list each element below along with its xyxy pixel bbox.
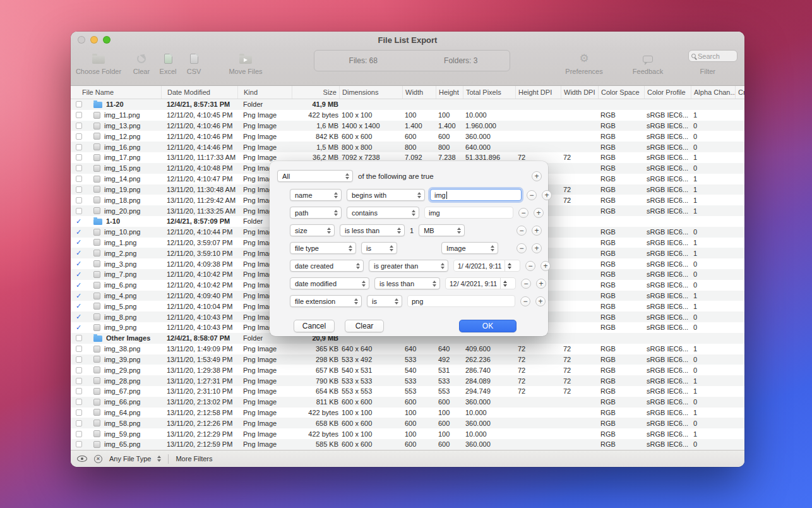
rule-field-popup[interactable]: name [290, 189, 342, 201]
remove-rule-button[interactable]: − [525, 261, 535, 271]
row-checkbox[interactable]: ✓ [76, 271, 81, 278]
add-rule-button[interactable]: + [535, 296, 546, 306]
more-filters-button[interactable]: More Filters [176, 455, 212, 463]
row-checkbox[interactable]: ✓ [76, 293, 81, 299]
rule-operator-popup[interactable]: is [367, 295, 402, 307]
add-rule-button[interactable]: + [532, 226, 542, 236]
row-checkbox[interactable] [76, 431, 82, 437]
column-header[interactable]: Color Profile [644, 86, 691, 99]
row-checkbox[interactable] [76, 112, 82, 118]
table-row[interactable]: img_64.png13/11/20, 2:12:58 PMPng Image4… [71, 408, 744, 418]
add-rule-button[interactable]: + [534, 208, 544, 218]
move-files-button[interactable]: Move Files [226, 51, 265, 75]
search-field[interactable] [688, 50, 737, 62]
column-header[interactable]: Cr... [735, 86, 744, 99]
match-popup[interactable]: All [277, 170, 353, 182]
table-row[interactable]: img_39.png13/11/20, 1:53:49 PMPng Image2… [71, 354, 744, 365]
add-rule-button[interactable]: + [540, 261, 551, 271]
cancel-button[interactable]: Cancel [294, 320, 335, 332]
remove-rule-button[interactable]: − [516, 226, 527, 236]
rule-operator-popup[interactable]: is [361, 242, 397, 254]
table-row[interactable]: img_38.png13/11/20, 1:49:09 PMPng Image3… [71, 344, 744, 354]
feedback-button[interactable]: Feedback [621, 51, 674, 75]
table-row[interactable]: 11-2012/4/21, 8:57:31 PMFolder41,9 MB [71, 99, 744, 110]
table-row[interactable]: img_29.png13/11/20, 1:29:38 PMPng Image6… [71, 365, 744, 375]
column-header[interactable]: Dimensions [339, 86, 402, 99]
table-row[interactable]: img_16.png12/11/20, 4:14:46 PMPng Image1… [71, 142, 744, 152]
remove-rule-button[interactable]: − [527, 190, 537, 200]
row-checkbox[interactable]: ✓ [76, 260, 81, 267]
row-checkbox[interactable] [76, 409, 82, 416]
add-rule-button[interactable]: + [532, 243, 542, 253]
rule-date-input[interactable]: 12/ 4/2021, 9:11 [445, 277, 516, 289]
row-checkbox[interactable]: ✓ [76, 282, 81, 289]
column-header[interactable]: Alpha Chan... [691, 86, 735, 99]
table-row[interactable]: img_66.png13/11/20, 2:13:02 PMPng Image8… [71, 397, 744, 408]
clear-filter-icon[interactable]: × [94, 455, 102, 463]
column-header[interactable]: File Name [80, 86, 161, 99]
row-checkbox[interactable] [76, 133, 82, 140]
row-checkbox[interactable] [76, 165, 82, 171]
search-input[interactable] [698, 52, 734, 60]
row-checkbox[interactable]: ✓ [76, 313, 81, 320]
rule-value-input[interactable]: png [407, 295, 515, 307]
row-checkbox[interactable] [76, 144, 82, 150]
row-checkbox[interactable]: ✓ [76, 324, 81, 331]
row-checkbox[interactable] [76, 123, 82, 129]
row-checkbox[interactable]: ✓ [76, 229, 81, 236]
row-checkbox[interactable]: ✓ [76, 303, 81, 310]
rule-unit-popup[interactable]: MB [419, 224, 465, 236]
row-checkbox[interactable] [76, 101, 82, 107]
add-rule-button[interactable]: + [532, 171, 542, 181]
rule-field-popup[interactable]: date modified [290, 277, 369, 289]
rule-operator-popup[interactable]: is greater than [369, 260, 448, 272]
row-checkbox[interactable]: ✓ [76, 239, 81, 246]
column-header[interactable]: Height [436, 86, 463, 99]
rule-value-input[interactable]: img [424, 207, 513, 219]
row-checkbox[interactable]: ✓ [76, 250, 81, 257]
rule-operator-popup[interactable]: begins with [347, 189, 425, 201]
row-checkbox[interactable]: ✓ [76, 218, 81, 225]
column-header[interactable]: Width [402, 86, 436, 99]
date-stepper[interactable] [500, 278, 508, 289]
zoom-button[interactable] [103, 36, 110, 44]
rule-operator-popup[interactable]: is less than [340, 224, 405, 236]
rule-field-popup[interactable]: file type [290, 242, 356, 254]
excel-export-button[interactable]: Excel [157, 51, 179, 75]
rule-date-input[interactable]: 1/ 4/2021, 9:11 [453, 260, 520, 272]
table-row[interactable]: img_67.png13/11/20, 2:31:10 PMPng Image6… [71, 386, 744, 397]
column-header[interactable]: Total Pixels [463, 86, 515, 99]
row-checkbox[interactable] [76, 335, 82, 341]
row-checkbox[interactable] [76, 399, 82, 405]
row-checkbox[interactable] [76, 346, 82, 352]
table-row[interactable]: img_59.png13/11/20, 2:12:29 PMPng Image4… [71, 428, 744, 439]
remove-rule-button[interactable]: − [520, 296, 530, 306]
remove-rule-button[interactable]: − [516, 243, 527, 253]
add-rule-button[interactable]: + [536, 279, 546, 289]
table-row[interactable]: img_65.png13/11/20, 2:12:59 PMPng Image5… [71, 439, 744, 450]
row-checkbox[interactable] [76, 420, 82, 426]
csv-export-button[interactable]: CSV [183, 51, 205, 75]
row-checkbox[interactable] [76, 154, 82, 160]
column-header[interactable]: Color Space [598, 86, 644, 99]
rule-field-popup[interactable]: date created [290, 260, 364, 272]
titlebar[interactable]: File List Export [71, 32, 744, 48]
table-row[interactable]: img_13.png12/11/20, 4:10:46 PMPng Image1… [71, 121, 744, 131]
add-rule-button[interactable]: + [542, 190, 552, 200]
rule-field-popup[interactable]: path [290, 207, 342, 219]
date-stepper[interactable] [505, 260, 512, 271]
rule-field-popup[interactable]: size [290, 224, 335, 236]
table-row[interactable]: img_11.png12/11/20, 4:10:45 PMPng Image4… [71, 110, 744, 121]
file-type-popup[interactable]: Any File Type [109, 455, 161, 463]
row-checkbox[interactable] [76, 356, 82, 363]
column-header[interactable]: Width DPI [561, 86, 598, 99]
column-header[interactable]: Kind [237, 86, 292, 99]
clear-button[interactable]: Clear [129, 51, 154, 75]
ok-button[interactable]: OK [459, 320, 516, 332]
column-header[interactable]: Size [292, 86, 339, 99]
row-checkbox[interactable] [76, 208, 82, 214]
rule-field-popup[interactable]: file extension [290, 295, 362, 307]
row-checkbox[interactable] [76, 197, 82, 203]
table-row[interactable]: img_58.png13/11/20, 2:12:26 PMPng Image6… [71, 418, 744, 428]
table-row[interactable]: img_12.png12/11/20, 4:10:46 PMPng Image8… [71, 131, 744, 142]
